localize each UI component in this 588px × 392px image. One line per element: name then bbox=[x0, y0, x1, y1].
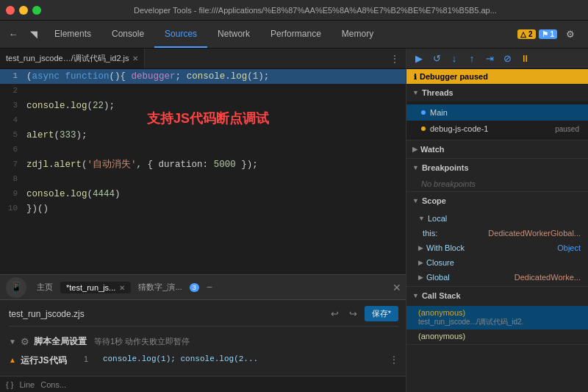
thread-indicator-main bbox=[421, 110, 426, 115]
scope-section: ▼ Scope ▼ Local this: DedicatedWorkerGlo… bbox=[406, 192, 588, 287]
main-tab-nav: Elements Console Sources Network Perform… bbox=[44, 21, 384, 48]
file-tab-close-icon[interactable]: ✕ bbox=[132, 54, 138, 63]
watch-header[interactable]: ▶ Watch bbox=[406, 140, 588, 158]
global-settings-toggle[interactable]: ▼ bbox=[9, 338, 16, 346]
callstack-fn-0: (anonymous) bbox=[418, 308, 581, 317]
bottom-panel-header: 📱 主页 *test_run_js... ✕ 猜数字_演... 3 － ✕ bbox=[0, 275, 406, 300]
panel-tab-game[interactable]: 猜数字_演... bbox=[132, 280, 187, 294]
thread-debug-label: debug-js-code-1 bbox=[430, 124, 489, 133]
scope-global[interactable]: ▶ Global DedicatedWorke... bbox=[406, 270, 588, 285]
callstack-content: (anonymous) test_run_jscode.../调试代码_id2.… bbox=[406, 304, 588, 344]
panel-tab-script[interactable]: *test_run_js... ✕ bbox=[60, 282, 131, 293]
tab-console[interactable]: Console bbox=[101, 21, 154, 48]
scope-closure[interactable]: ▶ Closure bbox=[406, 255, 588, 270]
breakpoints-header[interactable]: ▼ Breakpoints bbox=[406, 159, 588, 177]
file-tab-label: test_run_jscode…/调试代码_id2.js bbox=[6, 53, 129, 64]
thread-main[interactable]: Main bbox=[406, 104, 588, 121]
main-toolbar: ← ◥ Elements Console Sources Network Per… bbox=[0, 21, 588, 49]
scope-closure-label: Closure bbox=[426, 258, 454, 267]
panel-filename: test_run_jscode.zjs bbox=[9, 309, 323, 319]
scope-with-key: With Block bbox=[426, 243, 465, 252]
tab-performance[interactable]: Performance bbox=[260, 21, 331, 48]
scope-local[interactable]: ▼ Local bbox=[406, 211, 588, 226]
callstack-header[interactable]: ▼ Call Stack bbox=[406, 287, 588, 304]
code-line-2: 2 bbox=[0, 84, 406, 99]
code-lines: 1 (async function(){ debugger; console.l… bbox=[0, 69, 406, 216]
undo-button[interactable]: ↩ bbox=[328, 307, 342, 321]
step-into-button[interactable]: ↓ bbox=[446, 51, 462, 67]
code-line-6: 6 bbox=[0, 143, 406, 157]
callstack-fn-1: (anonymous) bbox=[418, 332, 581, 341]
tab-panel-expand[interactable]: ⋮ bbox=[384, 53, 406, 65]
callstack-item-0[interactable]: (anonymous) test_run_jscode.../调试代码_id2. bbox=[406, 306, 588, 329]
tab-elements[interactable]: Elements bbox=[44, 21, 101, 48]
panel-tab-home[interactable]: 主页 bbox=[31, 280, 59, 294]
threads-header[interactable]: ▼ Threads bbox=[406, 84, 588, 101]
breakpoints-section: ▼ Breakpoints No breakpoints bbox=[406, 159, 588, 192]
watch-label: Watch bbox=[420, 145, 445, 154]
console-tab[interactable]: Cons... bbox=[40, 380, 66, 389]
callstack-src-0: test_run_jscode.../调试代码_id2. bbox=[418, 317, 581, 327]
callstack-item-1[interactable]: (anonymous) bbox=[406, 329, 588, 343]
thread-debug-js[interactable]: debug-js-code-1 paused bbox=[406, 121, 588, 137]
code-line-9: 9 console.log(4444) bbox=[0, 187, 406, 202]
panel-tabs: 主页 *test_run_js... ✕ 猜数字_演... 3 bbox=[31, 280, 199, 294]
scope-content: ▼ Local this: DedicatedWorkerGlobal... ▶… bbox=[406, 210, 588, 286]
main-layout: test_run_jscode…/调试代码_id2.js ✕ ⋮ 1 (asyn… bbox=[0, 49, 588, 392]
panel-minimize-button[interactable]: － bbox=[204, 279, 215, 295]
step-button[interactable]: ⇥ bbox=[481, 51, 498, 67]
panel-icon: 📱 bbox=[6, 277, 26, 298]
callstack-label: Call Stack bbox=[422, 291, 461, 300]
file-tab[interactable]: test_run_jscode…/调试代码_id2.js ✕ bbox=[0, 49, 145, 68]
callstack-section: ▼ Call Stack (anonymous) test_run_jscode… bbox=[406, 287, 588, 345]
step-over-button[interactable]: ↺ bbox=[429, 51, 445, 67]
scope-with-value: Object bbox=[557, 243, 581, 252]
titlebar: Developer Tools - file:///Applications/%… bbox=[0, 0, 588, 21]
tab-memory[interactable]: Memory bbox=[331, 21, 384, 48]
paused-icon: ℹ bbox=[414, 73, 417, 81]
code-line-7: 7 zdjl.alert('自动消失', { duration: 5000 })… bbox=[0, 157, 406, 172]
traffic-lights bbox=[6, 6, 41, 15]
breakpoints-chevron: ▼ bbox=[412, 164, 419, 171]
run-menu-button[interactable]: ⋮ bbox=[390, 354, 398, 365]
code-line-5: 5 alert(333); bbox=[0, 128, 406, 143]
window-title: Developer Tools - file:///Applications/%… bbox=[49, 6, 582, 15]
tab-sources[interactable]: Sources bbox=[154, 21, 207, 48]
bottom-panel: 📱 主页 *test_run_js... ✕ 猜数字_演... 3 － ✕ bbox=[0, 274, 406, 392]
close-button[interactable] bbox=[6, 6, 15, 15]
inspect-button[interactable]: ◥ bbox=[24, 24, 44, 45]
settings-button[interactable]: ⚙ bbox=[560, 24, 581, 45]
code-line-3: 3 console.log(22); bbox=[0, 99, 406, 113]
code-line-1: 1 (async function(){ debugger; console.l… bbox=[0, 69, 406, 84]
scope-global-value: DedicatedWorke... bbox=[514, 273, 581, 282]
back-button[interactable]: ← bbox=[3, 24, 24, 45]
console-line-tab[interactable]: Line bbox=[19, 380, 35, 389]
scope-this-key: this: bbox=[418, 229, 437, 238]
panel-close-button[interactable]: ✕ bbox=[392, 282, 401, 293]
resume-button[interactable]: ▶ bbox=[411, 51, 427, 67]
code-line-8: 8 bbox=[0, 172, 406, 187]
maximize-button[interactable] bbox=[32, 6, 41, 15]
scope-with-chevron: ▶ bbox=[418, 244, 423, 252]
scope-this[interactable]: this: DedicatedWorkerGlobal... bbox=[406, 226, 588, 240]
thread-main-label: Main bbox=[430, 108, 448, 117]
source-panel: test_run_jscode…/调试代码_id2.js ✕ ⋮ 1 (asyn… bbox=[0, 49, 406, 392]
run-code-preview: console.log(1); console.log(2... bbox=[103, 354, 385, 363]
console-code-icon[interactable]: { } bbox=[6, 380, 13, 389]
panel-body: test_run_jscode.zjs ↩ ↪ 保存* ▼ ⚙ 脚本全局设置 等… bbox=[0, 300, 406, 376]
code-area: 1 (async function(){ debugger; console.l… bbox=[0, 69, 406, 392]
save-button[interactable]: 保存* bbox=[365, 306, 398, 321]
step-out-button[interactable]: ↑ bbox=[464, 51, 480, 67]
pause-on-exception-button[interactable]: ⏸ bbox=[517, 51, 533, 67]
scope-header[interactable]: ▼ Scope bbox=[406, 192, 588, 210]
breakpoints-label: Breakpoints bbox=[422, 163, 469, 172]
scope-with-block[interactable]: ▶ With Block Object bbox=[406, 240, 588, 255]
global-settings-title: 脚本全局设置 bbox=[34, 335, 87, 348]
minimize-button[interactable] bbox=[19, 6, 28, 15]
deactivate-button[interactable]: ⊘ bbox=[499, 51, 515, 67]
tab-network[interactable]: Network bbox=[207, 21, 260, 48]
file-tab-bar: test_run_jscode…/调试代码_id2.js ✕ ⋮ bbox=[0, 49, 406, 69]
run-toggle[interactable]: ▲ bbox=[9, 356, 16, 364]
redo-button[interactable]: ↪ bbox=[346, 307, 360, 321]
panel-tab-close-icon[interactable]: ✕ bbox=[119, 284, 125, 292]
